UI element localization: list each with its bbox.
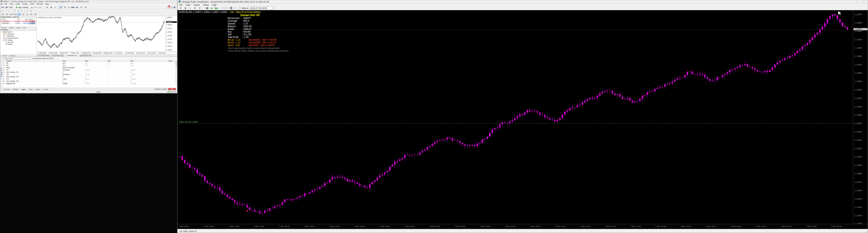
timeframe-w1[interactable]: W1: [29, 13, 33, 15]
chart-tab-1[interactable]: ▦EURUSD,Daily: [51, 54, 65, 57]
slider-thumb[interactable]: [230, 7, 232, 9]
tester-input-row[interactable]: TF115 Minutescurrent1 Month: [2, 69, 175, 71]
resize-grip[interactable]: [865, 230, 868, 233]
checkbox[interactable]: [3, 83, 4, 84]
arrows-icon[interactable]: ↗: [26, 9, 29, 13]
minimize-button[interactable]: ─: [848, 1, 854, 3]
expand-icon[interactable]: +: [3, 39, 5, 41]
price-axis[interactable]: 1.126701.126601.126501.126401.126301.126…: [853, 10, 868, 224]
text-icon[interactable]: A: [29, 9, 32, 13]
tester-input-row[interactable]: CEK_SIGNAL_TF300110: [2, 80, 175, 82]
checkbox[interactable]: [3, 71, 4, 73]
tester-tab-agents[interactable]: Agents: [34, 88, 42, 91]
skip-to-checkbox[interactable]: [239, 7, 241, 9]
play-icon[interactable]: ▶: [210, 6, 214, 10]
profile-icon[interactable]: [174, 6, 176, 8]
ide-button[interactable]: IDE: [9, 6, 13, 9]
previous-results-link[interactable]: View previous single test results: [33, 58, 53, 59]
objects-icon[interactable]: ↗▾: [84, 6, 87, 9]
nav-tab-favorites[interactable]: Favorites: [8, 55, 17, 57]
child-minimize-button[interactable]: ─: [169, 3, 172, 5]
chart-bars-icon[interactable]: ≣: [179, 6, 183, 10]
tester-tab-journal[interactable]: Journal: [42, 88, 50, 91]
tester-input-row[interactable]: TF230 Minutescurrent1 Month: [2, 73, 175, 75]
expert-select[interactable]: Select expert... ▾: [3, 57, 31, 60]
menu-view[interactable]: View: [8, 3, 14, 5]
tester-tab-overview[interactable]: Overview: [2, 88, 11, 91]
timeframe-m1[interactable]: M1: [1, 13, 5, 15]
tester-tab-graph[interactable]: Graph: [27, 88, 34, 91]
menu-insert[interactable]: Insert: [14, 3, 21, 5]
profile-status[interactable]: Default: [96, 91, 101, 93]
expand-icon[interactable]: +: [3, 33, 5, 35]
chart-bars-icon[interactable]: ≣: [45, 6, 49, 9]
auto-scroll-icon[interactable]: ▶▶: [71, 6, 75, 9]
checkbox[interactable]: [3, 62, 4, 64]
tester-tab-inputs[interactable]: Inputs: [20, 88, 28, 91]
stop-button[interactable]: Stop: [168, 88, 176, 90]
indicators-icon[interactable]: ƒ▾: [80, 6, 83, 9]
market-watch-row[interactable]: ▲EURUSD.s1.083841.083990.25%: [0, 22, 36, 24]
mw-tab-symbols[interactable]: Symbols: [0, 27, 8, 29]
tester-input-row[interactable]: CEK_SIGNAL_TF100110: [2, 71, 175, 73]
horizontal-line-icon[interactable]: ─: [10, 9, 13, 13]
expand-icon[interactable]: +: [3, 35, 5, 37]
nav-item-scripts[interactable]: +▤Scripts: [0, 39, 36, 41]
tester-input-row[interactable]: OB70.070.07.0700.0: [2, 64, 175, 66]
menu-tester[interactable]: Tester: [202, 4, 211, 6]
chart-tab-2[interactable]: ▦EURUSD.s,H1: [65, 54, 79, 57]
mw-tab-details[interactable]: Details: [8, 27, 15, 29]
zoom-in-icon[interactable]: ⊕: [193, 6, 197, 10]
checkbox[interactable]: [3, 74, 4, 75]
timeframe-m5[interactable]: M5: [5, 13, 9, 15]
close-icon[interactable]: ×: [35, 16, 36, 18]
telegram-link[interactable]: Link : https://t.me/Victoradhitya: [230, 11, 261, 13]
checkbox[interactable]: [3, 80, 4, 82]
algo-trading-button[interactable]: Algo Trading: [15, 6, 29, 9]
speed-slider[interactable]: [221, 8, 237, 8]
chart-line-icon[interactable]: ∿: [53, 6, 57, 9]
tester-input-row[interactable]: CEK_SIGNAL_TF200110: [2, 75, 175, 78]
channel-icon[interactable]: ∥: [17, 9, 20, 13]
nav-item-indicators[interactable]: +ƒIndicators: [0, 35, 36, 37]
time-axis[interactable]: 7 Dec 20217 Dec 18:517 Dec 19:017 Dec 19…: [178, 224, 868, 229]
timeframe-h1[interactable]: H1: [17, 13, 21, 15]
checkbox[interactable]: [3, 69, 4, 70]
tester-input-row[interactable]: INDI3Multi TF Stochastic: [2, 66, 175, 69]
expand-icon[interactable]: +: [3, 37, 5, 39]
restore-button[interactable]: □: [855, 1, 860, 3]
nav-tab-common[interactable]: Common: [0, 55, 8, 57]
checkbox[interactable]: [3, 78, 4, 79]
shapes-icon[interactable]: □: [23, 9, 26, 13]
timeframe-mn[interactable]: MN: [33, 13, 37, 15]
scrollbar-thumb[interactable]: [176, 61, 177, 67]
timeframe-m15[interactable]: M15: [9, 13, 13, 15]
price-chart[interactable]: EURUSD.s,H1: Euro vs US Dollar: [37, 16, 166, 52]
new-chart-icon[interactable]: ⊞▾: [1, 6, 4, 9]
profiles-icon[interactable]: ▤▾: [5, 6, 8, 9]
vertical-line-icon[interactable]: │: [7, 9, 10, 13]
tester-vertical-tab[interactable]: Strategy Tester: [0, 57, 2, 88]
mt5-titlebar[interactable]: 948377 - DooTechnology-Live: Read Only -…: [0, 0, 177, 3]
chart-tab-0[interactable]: ▦EURUSD,Daily: [37, 54, 51, 57]
mw-tab-ticks[interactable]: Ticks: [22, 27, 27, 29]
nav-item-accounts[interactable]: +▣Accounts: [0, 33, 36, 35]
tile-windows-icon[interactable]: ⊞: [59, 6, 63, 9]
close-button[interactable]: ×: [861, 1, 867, 3]
menu-help[interactable]: Help: [44, 3, 50, 5]
search-icon[interactable]: [170, 6, 172, 8]
chart-tab-3[interactable]: ▦EURUSD.s,M1: [79, 54, 93, 57]
checkbox[interactable]: [3, 76, 4, 77]
trendline-icon[interactable]: ╱: [13, 9, 17, 13]
menu-file[interactable]: File: [3, 3, 8, 5]
timeframe-d1[interactable]: D1: [25, 13, 29, 15]
time-axis[interactable]: 12 Apr 202419 Apr 20:0029 Apr 04:006 May…: [37, 52, 177, 54]
nav-root-item[interactable]: ◆MetaTrader 5: [0, 31, 36, 33]
zoom-out-icon[interactable]: ⊖: [197, 6, 202, 10]
child-close-button[interactable]: ×: [174, 3, 177, 5]
restore-button[interactable]: □: [169, 1, 173, 2]
menu-view[interactable]: View: [184, 4, 192, 6]
new-order-button[interactable]: ▦New Order: [30, 6, 43, 9]
notifications-bell-icon[interactable]: 1: [167, 6, 169, 8]
zoom-in-icon[interactable]: ⊕: [63, 6, 67, 9]
